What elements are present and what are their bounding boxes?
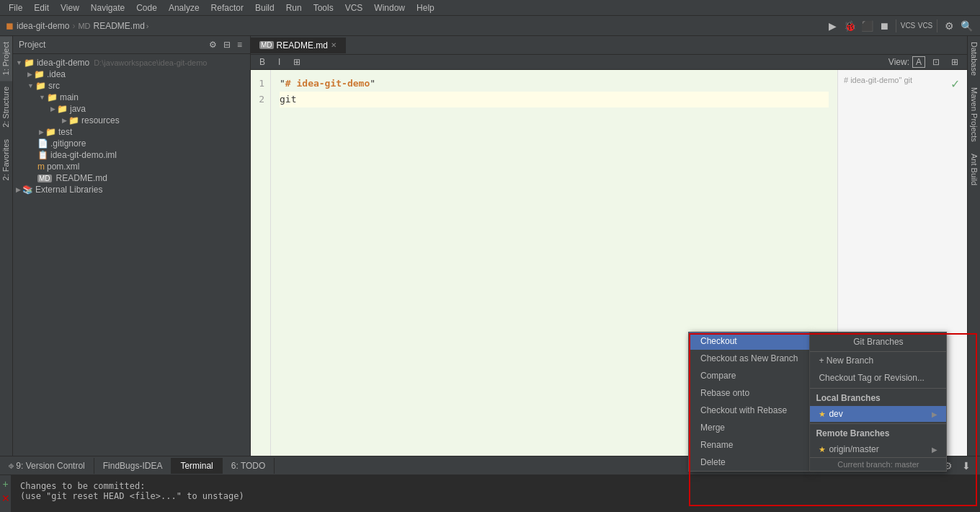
menu-analyze[interactable]: Analyze: [163, 1, 205, 14]
menu-refactor[interactable]: Refactor: [205, 1, 249, 14]
toolbar-btn-stop[interactable]: ⏹: [876, 18, 892, 34]
toolbar-btn-coverage[interactable]: ⬛: [859, 18, 875, 34]
view-grid-button[interactable]: ⊡: [928, 56, 944, 68]
tree-resources[interactable]: ▶ 📁 resources: [13, 115, 250, 126]
tab-findbugs[interactable]: FindBugs-IDEA: [94, 458, 172, 474]
terminal-area[interactable]: Changes to be committed: (use "git reset…: [12, 475, 980, 512]
menu-file[interactable]: File: [3, 1, 28, 14]
menu-window[interactable]: Window: [368, 1, 411, 14]
tab-version-control[interactable]: ⎆ 9: Version Control: [0, 458, 94, 474]
tree-pom[interactable]: m pom.xml: [13, 161, 250, 172]
ctx-checkout-new-branch[interactable]: Checkout as New Branch: [689, 350, 809, 367]
current-branch-note: Current branch: master: [810, 457, 946, 471]
ctx-rebase-onto[interactable]: Rebase onto: [689, 384, 809, 402]
project-ctrl-collapse[interactable]: ⊟: [221, 39, 233, 50]
sidebar-tab-project[interactable]: 1: Project: [0, 36, 12, 81]
ctx-checkout[interactable]: Checkout: [689, 332, 809, 350]
menu-run[interactable]: Run: [280, 1, 308, 14]
origin-star-icon: ★: [819, 445, 826, 454]
menu-edit[interactable]: Edit: [28, 1, 55, 14]
left-sidebar-tabs: 1: Project 2: Structure 2: Favorites: [0, 36, 13, 456]
line-num-2: 2: [257, 92, 264, 107]
project-ctrl-gear[interactable]: ⚙: [207, 39, 219, 50]
tree-root[interactable]: ▼ 📁 idea-git-demo D:\javaworkspace\idea-…: [13, 57, 250, 69]
tree-src[interactable]: ▼ 📁 src: [13, 80, 250, 92]
tab-close-btn[interactable]: ✕: [331, 41, 337, 49]
dev-star-icon: ★: [819, 410, 826, 419]
tree-java[interactable]: ▶ 📁 java: [13, 103, 250, 115]
tree-iml[interactable]: 📋 idea-git-demo.iml: [13, 149, 250, 161]
project-panel: Project ⚙ ⊟ ≡ ▼ 📁 idea-git-demo D:\javaw…: [13, 36, 251, 456]
tree-readme[interactable]: MD README.md: [13, 172, 250, 184]
context-menus: Checkout Checkout as New Branch Compare …: [688, 332, 947, 472]
gitignore-icon: 📄: [37, 138, 48, 149]
code-line-2: git: [280, 92, 829, 107]
java-folder-icon: 📁: [57, 104, 68, 114]
bottom-download-icon[interactable]: ⬇: [958, 458, 974, 474]
bold-button[interactable]: B: [255, 56, 270, 68]
tab-todo[interactable]: 6: TODO: [223, 458, 275, 474]
terminal-add-btn[interactable]: +: [2, 478, 8, 490]
view-a-button[interactable]: A: [912, 56, 925, 68]
tree-main[interactable]: ▼ 📁 main: [13, 92, 250, 103]
java-label: java: [70, 104, 86, 114]
ctx-checkout-rebase[interactable]: Checkout with Rebase: [689, 402, 809, 419]
editor-tabs: MD README.md ✕: [251, 36, 967, 55]
preview-label: # idea-git-demo" git: [844, 76, 961, 84]
term-line-2: (use "git reset HEAD <file>..." to unsta…: [20, 491, 971, 501]
main-folder-icon: 📁: [47, 92, 58, 102]
root-folder-icon: 📁: [24, 58, 35, 68]
menu-build[interactable]: Build: [249, 1, 280, 14]
tree-external-libs[interactable]: ▶ 📚 External Libraries: [13, 184, 250, 195]
ctx-delete[interactable]: Delete: [689, 454, 809, 471]
toolbar-btn-debug[interactable]: 🐞: [842, 18, 858, 34]
toolbar-btn-vcs1[interactable]: VCS: [900, 18, 916, 34]
menu-vcs[interactable]: VCS: [339, 1, 369, 14]
menu-navigate[interactable]: Navigate: [85, 1, 130, 14]
toolbar-btn-vcs2[interactable]: VCS: [917, 18, 933, 34]
resources-label: resources: [81, 115, 120, 125]
right-tab-maven[interactable]: Maven Projects: [968, 81, 980, 148]
right-tab-database[interactable]: Database: [968, 36, 980, 81]
branch-dev[interactable]: ★ dev ▶: [810, 406, 946, 422]
right-tab-ant[interactable]: Ant Build: [968, 148, 980, 191]
menu-view[interactable]: View: [55, 1, 85, 14]
menu-code[interactable]: Code: [130, 1, 163, 14]
toolbar-btn-run[interactable]: ▶: [824, 18, 840, 34]
new-branch-btn[interactable]: + New Branch: [810, 352, 946, 369]
resources-folder-icon: 📁: [68, 115, 79, 125]
check-icon: ✓: [950, 77, 960, 91]
iml-label: idea-git-demo.iml: [50, 150, 117, 160]
branch-origin-master[interactable]: ★ origin/master ▶: [810, 441, 946, 457]
view-db-button[interactable]: ⊞: [947, 56, 963, 68]
editor-tab-readme[interactable]: MD README.md ✕: [251, 37, 346, 53]
checkout-tag-btn[interactable]: Checkout Tag or Revision...: [810, 369, 946, 387]
menu-help[interactable]: Help: [411, 1, 440, 14]
toolbar-btn-settings[interactable]: ⚙: [941, 18, 957, 34]
tab-terminal[interactable]: Terminal: [172, 458, 222, 474]
project-title: idea-git-demo: [17, 21, 69, 31]
tree-gitignore[interactable]: 📄 .gitignore: [13, 138, 250, 149]
project-label: Project: [19, 40, 45, 50]
toolbar-btn-search[interactable]: 🔍: [958, 18, 974, 34]
editor-toolbar: B I ⊞ View: A ⊡ ⊞: [251, 55, 967, 70]
project-ctrl-settings[interactable]: ≡: [235, 39, 244, 50]
italic-button[interactable]: I: [274, 56, 285, 68]
ctx-compare[interactable]: Compare: [689, 367, 809, 384]
terminal-close-btn[interactable]: ✕: [1, 493, 10, 504]
ctx-rename[interactable]: Rename: [689, 436, 809, 454]
project-panel-header: Project ⚙ ⊟ ≡: [13, 36, 250, 54]
idea-label: .idea: [47, 69, 66, 79]
sidebar-tab-structure[interactable]: 2: Structure: [0, 81, 12, 133]
tree-test[interactable]: ▶ 📁 test: [13, 126, 250, 138]
pom-label: pom.xml: [47, 162, 79, 172]
menu-tools[interactable]: Tools: [308, 1, 339, 14]
readme-label: README.md: [56, 173, 107, 183]
tree-idea[interactable]: ▶ 📁 .idea: [13, 69, 250, 80]
bottom-content: + ✕ Changes to be committed: (use "git r…: [0, 475, 980, 512]
project-tree: ▼ 📁 idea-git-demo D:\javaworkspace\idea-…: [13, 54, 250, 456]
ctx-merge[interactable]: Merge: [689, 419, 809, 436]
git-branches-header: Git Branches: [810, 332, 946, 352]
sidebar-tab-favorites[interactable]: 2: Favorites: [0, 133, 12, 186]
table-button[interactable]: ⊞: [289, 56, 305, 68]
